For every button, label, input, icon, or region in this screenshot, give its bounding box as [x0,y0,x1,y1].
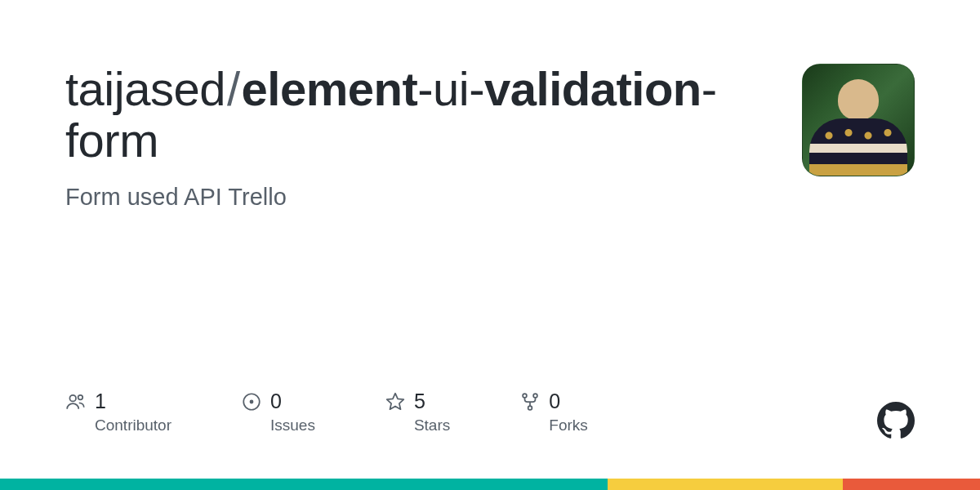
issue-icon [241,391,262,412]
hyphen: - [469,62,484,115]
owner-separator: / [225,62,242,115]
svg-point-6 [528,406,532,410]
language-bar [0,479,980,490]
header-row: taijased/element-ui-validation-form Form… [65,64,915,211]
people-icon [65,391,87,412]
stat-stars: 5 Stars [385,390,450,434]
repo-name-seg1: element [242,62,418,115]
star-icon [385,391,406,412]
repo-name-seg2: ui [433,62,469,115]
repo-name-seg3: validation [484,62,702,115]
stat-top: 0 [519,390,588,413]
language-segment [0,479,608,490]
stat-contributors: 1 Contributor [65,390,172,434]
social-card: taijased/element-ui-validation-form Form… [0,0,980,490]
forks-label: Forks [549,416,588,434]
stat-forks: 0 Forks [519,390,588,434]
svg-point-0 [69,394,76,401]
stars-count: 5 [414,390,425,413]
language-segment [843,479,980,490]
language-segment [608,479,843,490]
repo-title: taijased/element-ui-validation-form [65,64,769,166]
avatar [802,64,915,176]
contributors-label: Contributor [95,416,172,434]
stat-top: 1 [65,390,172,413]
repo-name-seg4: form [65,114,158,167]
stars-label: Stars [414,416,450,434]
title-block: taijased/element-ui-validation-form Form… [65,64,802,211]
github-logo-icon [877,402,915,439]
hyphen: - [702,62,717,115]
svg-point-1 [78,394,83,399]
forks-count: 0 [549,390,560,413]
svg-point-4 [523,394,527,398]
svg-point-5 [533,394,537,398]
issues-count: 0 [270,390,282,413]
hyphen: - [417,62,433,115]
stats-row: 1 Contributor 0 Issues 5 Stars [65,390,588,434]
stat-top: 5 [385,390,450,413]
svg-point-3 [250,399,254,403]
stat-top: 0 [241,390,315,413]
stat-issues: 0 Issues [241,390,315,434]
repo-description: Form used API Trello [65,184,769,211]
repo-owner: taijased [65,62,225,115]
fork-icon [519,391,541,412]
issues-label: Issues [270,416,315,434]
contributors-count: 1 [95,390,106,413]
